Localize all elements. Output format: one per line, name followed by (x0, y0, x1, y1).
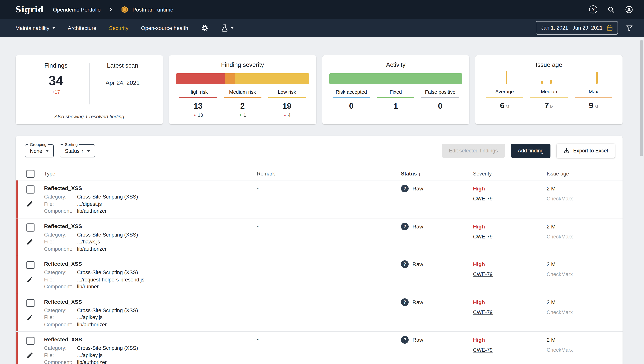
table-row[interactable]: Reflected_XSS Category:Cross-Site Script… (16, 256, 622, 294)
edit-pencil-icon[interactable] (26, 238, 33, 245)
navbar: Maintainability Architecture Security Op… (0, 19, 644, 37)
table-row[interactable]: Reflected_XSS Category:Cross-Site Script… (16, 294, 622, 332)
header-remark: Remark (257, 171, 401, 176)
component-label: Component: (44, 246, 77, 253)
topbar: Sigrid Opendemo Portfolio Postman-runtim… (0, 0, 644, 19)
experiment-flask-icon[interactable] (221, 24, 234, 32)
category-label: Category: (44, 231, 77, 238)
settings-gear-icon[interactable] (201, 24, 208, 32)
issue-age-bar (506, 71, 507, 84)
status-question-icon: ? (401, 298, 409, 306)
category-label: Category: (44, 194, 77, 201)
source-tool-label: CheckMarx (547, 196, 622, 202)
system-hexagon-icon (121, 6, 128, 13)
risk-accepted-stat: Risk accepted 0 (329, 89, 374, 111)
finding-remark: - (257, 222, 401, 253)
cwe-link[interactable]: CWE-79 (473, 271, 492, 277)
header-status[interactable]: Status ↑ (401, 171, 473, 176)
finding-file: .../digest.js (77, 201, 102, 208)
row-checkbox[interactable] (26, 299, 34, 307)
edit-pencil-icon[interactable] (26, 201, 33, 207)
component-label: Component: (44, 359, 77, 364)
edit-pencil-icon[interactable] (26, 276, 33, 283)
cwe-link[interactable]: CWE-79 (473, 234, 492, 239)
cwe-link[interactable]: CWE-79 (473, 196, 492, 202)
activity-bar (329, 73, 462, 84)
status-question-icon: ? (401, 336, 409, 344)
table-row[interactable]: Reflected_XSS Category:Cross-Site Script… (16, 218, 622, 256)
issue-age-value: 2 M (547, 185, 622, 192)
chevron-down-icon (87, 150, 90, 152)
issue-age-bar (541, 81, 543, 84)
source-tool-label: CheckMarx (547, 347, 622, 353)
activity-title: Activity (329, 61, 462, 68)
status-label: Raw (412, 298, 423, 306)
search-icon[interactable] (607, 6, 615, 13)
table-body: Reflected_XSS Category:Cross-Site Script… (16, 180, 622, 364)
source-tool-label: CheckMarx (547, 271, 622, 277)
finding-file: .../request-helpers-presend.js (77, 276, 144, 283)
finding-component: lib/authorizer (77, 321, 107, 328)
sorting-select[interactable]: Sorting Status ↑ (60, 144, 95, 157)
export-excel-button[interactable]: Export to Excel (556, 144, 615, 158)
profile-icon[interactable] (625, 5, 633, 14)
edit-pencil-icon[interactable] (26, 314, 33, 321)
scrollbar-thumb[interactable] (640, 40, 643, 156)
severity-stripe (16, 218, 18, 256)
calendar-icon (606, 25, 613, 31)
nav-maintainability[interactable]: Maintainability (15, 25, 55, 31)
row-checkbox[interactable] (26, 186, 34, 194)
file-label: File: (44, 276, 77, 283)
severity-stripe (16, 180, 18, 218)
row-checkbox[interactable] (26, 337, 34, 345)
category-label: Category: (44, 269, 77, 276)
file-label: File: (44, 314, 77, 321)
finding-category: Cross-Site Scripting (XSS) (77, 269, 138, 276)
findings-title: Findings (22, 62, 89, 69)
issue-age-value: 2 M (547, 336, 622, 344)
table-row[interactable]: Reflected_XSS Category:Cross-Site Script… (16, 332, 622, 364)
table-header: Type Remark Status ↑ Severity Issue age (16, 167, 622, 180)
nav-open-source-health[interactable]: Open-source health (141, 25, 188, 31)
help-icon[interactable]: ? (589, 5, 597, 14)
system-name[interactable]: Postman-runtime (132, 6, 173, 13)
false-positive-stat: False positive 0 (418, 89, 462, 111)
issue-age-value: 2 M (547, 298, 622, 306)
severity-bar-segment (225, 73, 234, 84)
status-label: Raw (412, 223, 423, 230)
edit-pencil-icon[interactable] (26, 352, 33, 359)
issue-age-value: 2 M (547, 260, 622, 268)
add-finding-button[interactable]: Add finding (511, 144, 550, 158)
latest-scan-title: Latest scan (89, 62, 156, 69)
chevron-down-icon (52, 27, 55, 29)
component-label: Component: (44, 208, 77, 215)
table-controls: Grouping None Sorting Status ↑ Edit sele… (16, 144, 622, 158)
download-icon (564, 148, 570, 154)
row-checkbox[interactable] (26, 261, 34, 269)
finding-remark: - (257, 260, 401, 290)
grouping-select[interactable]: Grouping None (25, 144, 54, 157)
issue-age-bar (596, 72, 598, 84)
nav-architecture[interactable]: Architecture (68, 25, 96, 31)
edit-selected-button[interactable]: Edit selected findings (442, 144, 505, 158)
severity-stripe (16, 294, 18, 331)
trend-down-icon: ▼ (239, 113, 242, 117)
median-stat: Median 7M (527, 89, 571, 110)
app-root: Sigrid Opendemo Portfolio Postman-runtim… (0, 0, 644, 364)
findings-summary: Findings 34 +17 (22, 62, 89, 95)
cwe-link[interactable]: CWE-79 (473, 347, 492, 353)
table-row[interactable]: Reflected_XSS Category:Cross-Site Script… (16, 180, 622, 218)
select-all-checkbox[interactable] (26, 169, 34, 177)
nav-security[interactable]: Security (109, 25, 128, 31)
filter-icon[interactable] (626, 24, 633, 32)
findings-card: Findings 34 +17 Latest scan Apr 24, 2021… (16, 55, 163, 124)
cwe-link[interactable]: CWE-79 (473, 309, 492, 315)
sigrid-logo[interactable]: Sigrid (15, 5, 44, 14)
portfolio-breadcrumb[interactable]: Opendemo Portfolio (53, 6, 100, 13)
row-checkbox[interactable] (26, 223, 34, 231)
finding-type: Reflected_XSS (44, 185, 257, 192)
date-range-picker[interactable]: Jan 1, 2021 - Jun 29, 2021 (536, 21, 618, 35)
finding-severity-card: Finding severity High risk 13 ▲13 Medium… (169, 55, 316, 124)
findings-value: 34 (22, 74, 89, 87)
source-tool-label: CheckMarx (547, 309, 622, 315)
